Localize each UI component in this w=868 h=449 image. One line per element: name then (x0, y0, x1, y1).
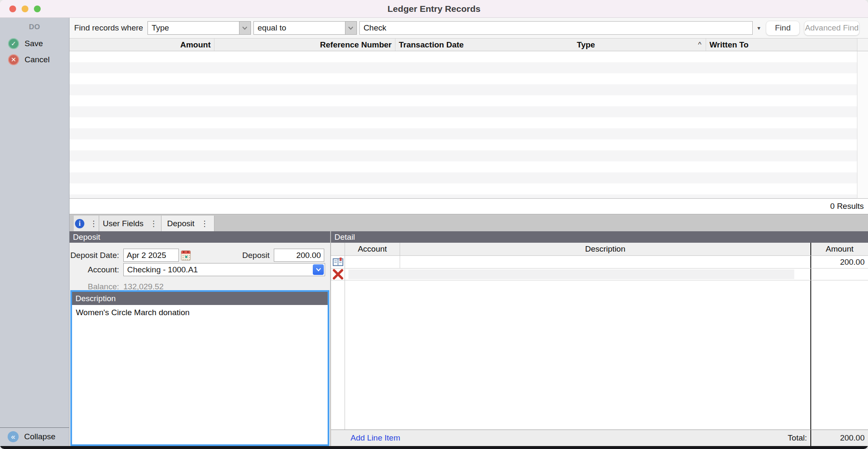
empty-field-bar (348, 269, 794, 279)
empty-row-body[interactable] (345, 269, 810, 280)
empty-row-amount-cell[interactable] (810, 269, 868, 280)
detail-column-description: Description (400, 243, 810, 255)
tab-strip: i ⋮ User Fields ⋮ Deposit ⋮ (70, 214, 868, 231)
column-header-amount[interactable]: Amount (70, 39, 214, 51)
save-label: Save (25, 39, 43, 48)
detail-panel-title: Detail (334, 233, 355, 242)
line-item-amount-cell[interactable]: 200.00 (810, 256, 868, 268)
search-query-input[interactable] (359, 21, 753, 35)
window-controls (9, 6, 41, 12)
column-header-type[interactable]: Type ^ (573, 39, 706, 51)
detail-panel: Detail Account Description Amount (331, 231, 868, 446)
account-dropdown[interactable]: Checking - 1000.A1 (123, 263, 325, 276)
find-button-label: Find (775, 23, 791, 33)
query-options-caret-icon[interactable]: ▾ (757, 25, 760, 31)
detail-column-amount: Amount (810, 243, 868, 255)
detail-table: Account Description Amount (331, 243, 868, 446)
deposit-panel: Deposit Deposit Date: Deposit Amount: Ac… (70, 231, 331, 446)
detail-table-empty-space (331, 280, 868, 430)
collapse-chevrons-icon: « (8, 431, 19, 442)
results-count: 0 Results (830, 202, 864, 211)
description-list-item[interactable]: Women's Circle March donation (76, 308, 189, 317)
chevron-down-icon[interactable] (239, 22, 250, 34)
total-value: 200.00 (810, 430, 868, 446)
tab-deposit-label: Deposit (167, 219, 194, 228)
description-list-header: Description (72, 292, 328, 305)
sidebar-spacer (0, 68, 69, 427)
deposit-fields: Deposit Date: Deposit Amount: Account: C… (70, 243, 330, 290)
tab-info[interactable]: i ⋮ (74, 216, 99, 231)
balance-label: Balance: (70, 280, 119, 293)
zoom-window-button[interactable] (34, 6, 41, 12)
delete-line-item-icon[interactable] (332, 269, 344, 280)
line-item-account-cell[interactable] (345, 256, 400, 268)
field-selector-value: Type (148, 22, 239, 34)
results-table-body[interactable] (70, 51, 857, 199)
find-button[interactable]: Find (766, 21, 800, 36)
collapse-label: Collapse (24, 432, 56, 441)
results-table-header: Amount Reference Number Transaction Date… (70, 38, 868, 51)
window-title: Ledger Entry Records (0, 0, 868, 17)
collapse-sidebar-button[interactable]: « Collapse (0, 427, 69, 446)
add-line-item-link[interactable]: Add Line Item (351, 433, 400, 443)
balance-value: 132,029.52 (123, 281, 164, 293)
detail-footer: Add Line Item Total: 200.00 (331, 430, 868, 446)
cancel-cross-icon: ✕ (8, 54, 19, 65)
operator-selector-dropdown[interactable]: equal to (253, 21, 357, 35)
deposit-panel-header: Deposit (70, 231, 330, 243)
results-table-scrollbar[interactable] (857, 51, 868, 199)
title-bar: Ledger Entry Records (0, 0, 868, 18)
chevron-down-icon[interactable] (313, 264, 324, 275)
detail-body-fill (345, 280, 810, 430)
detail-amount-fill (810, 280, 868, 430)
advanced-find-button[interactable]: Advanced Find (804, 21, 860, 36)
deposit-date-label: Deposit Date: (70, 249, 119, 262)
panels: Deposit Deposit Date: Deposit Amount: Ac… (70, 231, 868, 446)
detail-table-header: Account Description Amount (331, 243, 868, 256)
tab-user-fields-label: User Fields (103, 219, 143, 228)
sort-ascending-icon[interactable]: ^ (698, 41, 706, 49)
cancel-label: Cancel (25, 55, 50, 64)
detail-row-gutter[interactable] (331, 256, 345, 268)
advanced-find-button-label: Advanced Find (805, 23, 859, 33)
calendar-icon[interactable] (181, 250, 191, 261)
find-records-where-label: Find records where (74, 23, 143, 33)
ledger-book-icon[interactable] (333, 258, 343, 266)
save-button[interactable]: ✓ Save (0, 36, 69, 52)
tab-deposit[interactable]: Deposit ⋮ (161, 216, 214, 231)
chevron-down-icon[interactable] (345, 22, 356, 34)
kebab-menu-icon[interactable]: ⋮ (150, 219, 158, 228)
minimize-window-button[interactable] (22, 6, 28, 12)
ledger-entry-records-window: Ledger Entry Records DO ✓ Save ✕ Cancel … (0, 0, 868, 449)
close-window-button[interactable] (9, 6, 16, 12)
deposit-date-input[interactable] (123, 249, 179, 262)
window-bottom-edge (0, 446, 868, 449)
info-icon: i (75, 219, 84, 228)
kebab-menu-icon[interactable]: ⋮ (201, 219, 209, 228)
detail-line-item-row[interactable]: 200.00 (331, 256, 868, 269)
detail-gutter-header (331, 243, 345, 255)
scrollbar-header-corner (857, 39, 868, 51)
column-header-written-to[interactable]: Written To (706, 39, 857, 51)
detail-footer-middle: Add Line Item Total: (345, 433, 810, 443)
column-header-type-label: Type (577, 40, 595, 50)
detail-row-gutter[interactable] (331, 269, 345, 280)
deposit-panel-title: Deposit (73, 233, 100, 242)
description-list-body[interactable]: Women's Circle March donation (72, 305, 328, 444)
line-item-description-cell[interactable] (400, 256, 810, 268)
description-list-focused[interactable]: Description Women's Circle March donatio… (70, 290, 329, 446)
column-header-transaction-date[interactable]: Transaction Date (395, 39, 573, 51)
column-header-reference-number[interactable]: Reference Number (214, 39, 395, 51)
cancel-button[interactable]: ✕ Cancel (0, 52, 69, 68)
account-label: Account: (70, 263, 119, 276)
sidebar-heading: DO (0, 18, 69, 36)
sidebar: DO ✓ Save ✕ Cancel « Collapse (0, 18, 70, 446)
find-bar: Find records where Type equal to ▾ Find … (70, 18, 868, 38)
save-check-icon: ✓ (8, 38, 19, 49)
tab-user-fields[interactable]: User Fields ⋮ (99, 216, 161, 231)
field-selector-dropdown[interactable]: Type (147, 21, 251, 35)
detail-empty-row[interactable] (331, 269, 868, 280)
deposit-amount-input[interactable] (274, 249, 324, 262)
kebab-menu-icon[interactable]: ⋮ (90, 219, 97, 228)
operator-selector-value: equal to (254, 22, 345, 34)
